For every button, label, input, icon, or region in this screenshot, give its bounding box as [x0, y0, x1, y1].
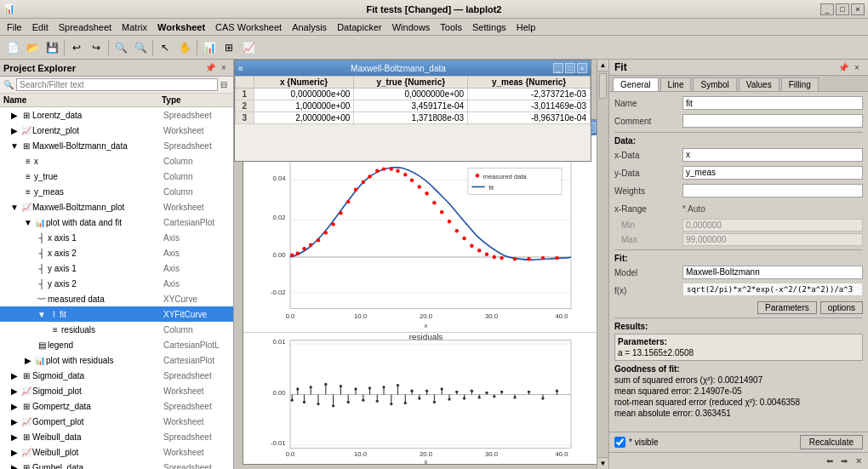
cell-ytrue2[interactable]: 3,459171e-04 — [354, 100, 468, 112]
add-worksheet-button[interactable]: 📈 — [239, 38, 258, 57]
menu-windows[interactable]: Windows — [387, 21, 436, 33]
spread-min-btn[interactable]: _ — [553, 63, 563, 73]
title-bar-buttons[interactable]: _ □ × — [820, 3, 865, 15]
add-matrix-button[interactable]: ⊞ — [220, 38, 238, 57]
xrange-max-input[interactable] — [682, 233, 863, 246]
zoom-in-button[interactable]: 🔍 — [111, 38, 130, 57]
spread-max-btn[interactable]: □ — [565, 63, 575, 73]
redo-button[interactable]: ↪ — [87, 38, 106, 57]
col-header-x[interactable]: x {Numeric} — [254, 77, 354, 89]
tree-content[interactable]: ▶ ⊞ Lorentz_data Spreadsheet ▶ 📈 Lorentz… — [0, 107, 233, 469]
panel-close-icon[interactable]: × — [218, 62, 230, 74]
xrange-min-input[interactable] — [682, 219, 863, 232]
menu-file[interactable]: File — [2, 21, 27, 33]
tree-item-ytrue[interactable]: ≡ y_true Column — [0, 169, 233, 184]
options-button[interactable]: options — [820, 301, 863, 314]
menu-analysis[interactable]: Analysis — [287, 21, 332, 33]
tree-item-measured[interactable]: 〰 measured data XYCurve — [0, 291, 233, 306]
close-button[interactable]: × — [851, 3, 865, 15]
fit-close-icon[interactable]: × — [851, 61, 863, 73]
name-input[interactable] — [682, 96, 863, 110]
weights-value[interactable] — [682, 184, 863, 197]
filter-icon[interactable]: ⊟ — [218, 79, 230, 91]
spread-close-btn[interactable]: × — [577, 63, 587, 73]
bottom-icon-2[interactable]: ➡ — [838, 455, 850, 467]
ydata-value[interactable]: y_meas — [682, 166, 863, 180]
menu-worksheet[interactable]: Worksheet — [152, 21, 210, 33]
recalculate-button[interactable]: Recalculate — [800, 435, 863, 449]
save-button[interactable]: 💾 — [43, 38, 61, 57]
pan-button[interactable]: ✋ — [175, 38, 194, 57]
xdata-value[interactable]: x — [682, 148, 863, 162]
tree-item-mb-plot[interactable]: ▼ 📈 Maxwell-Boltzmann_plot Worksheet — [0, 199, 233, 214]
maximize-button[interactable]: □ — [836, 3, 849, 15]
col-header-ymeas[interactable]: y_meas {Numeric} — [468, 77, 591, 89]
tree-item-x[interactable]: ≡ x Column — [0, 153, 233, 169]
tree-item-ymeas[interactable]: ≡ y_meas Column — [0, 184, 233, 199]
minimize-button[interactable]: _ — [820, 3, 834, 15]
cell-ytrue3[interactable]: 1,371808e-03 — [354, 112, 468, 124]
parameters-button[interactable]: Parameters — [757, 301, 817, 314]
center-scrollbar[interactable]: ▲ ▼ — [597, 60, 608, 469]
menu-cas-worksheet[interactable]: CAS Worksheet — [210, 21, 287, 33]
tab-symbol[interactable]: Symbol — [693, 77, 736, 91]
item-label: x — [34, 157, 163, 166]
cell-ymeas2[interactable]: -3,011469e-03 — [468, 100, 591, 112]
menu-spreadsheet[interactable]: Spreadsheet — [54, 21, 117, 33]
tree-item-yaxis2[interactable]: ┤ y axis 2 Axis — [0, 276, 233, 291]
scroll-thumb[interactable] — [599, 73, 607, 99]
undo-button[interactable]: ↩ — [67, 38, 86, 57]
tab-general[interactable]: General — [613, 77, 659, 91]
tab-filling[interactable]: Filling — [781, 77, 819, 91]
fit-pin-icon[interactable]: 📌 — [837, 61, 849, 73]
tree-item-xaxis1[interactable]: ┤ x axis 1 Axis — [0, 230, 233, 245]
menu-datapicker[interactable]: Datapicker — [332, 21, 387, 33]
add-spreadsheet-button[interactable]: 📊 — [200, 38, 219, 57]
cell-x2[interactable]: 1,000000e+00 — [254, 100, 354, 112]
tree-item-gompertz-data[interactable]: ▶ ⊞ Gompertz_data Spreadsheet — [0, 398, 233, 414]
menu-tools[interactable]: Tools — [435, 21, 467, 33]
col-header-ytrue[interactable]: y_true {Numeric} — [354, 77, 468, 89]
tree-item-plot-residuals[interactable]: ▶ 📊 plot with residuals CartesianPlot — [0, 352, 233, 368]
tree-item-plot-data-fit[interactable]: ▼ 📊 plot with data and fit CartesianPlot — [0, 214, 233, 230]
menu-settings[interactable]: Settings — [467, 21, 511, 33]
tree-item-lorentz-plot[interactable]: ▶ 📈 Lorentz_plot Worksheet — [0, 123, 233, 138]
bottom-icon-3[interactable]: ✕ — [853, 455, 865, 467]
scroll-up-btn[interactable]: ▲ — [597, 60, 608, 71]
bottom-icon-1[interactable]: ⬅ — [824, 455, 836, 467]
tree-item-mb-data[interactable]: ▼ ⊞ Maxwell-Boltzmann_data Spreadsheet — [0, 138, 233, 153]
tree-item-lorentz-data[interactable]: ▶ ⊞ Lorentz_data Spreadsheet — [0, 107, 233, 123]
tree-item-sigmoid-data[interactable]: ▶ ⊞ Sigmoid_data Spreadsheet — [0, 368, 233, 383]
panel-pin-icon[interactable]: 📌 — [204, 62, 216, 74]
cell-x3[interactable]: 2,000000e+00 — [254, 112, 354, 124]
cell-x1[interactable]: 0,0000000e+00 — [254, 89, 354, 100]
tree-item-gompert-plot[interactable]: ▶ 📈 Gompert_plot Worksheet — [0, 414, 233, 429]
open-button[interactable]: 📂 — [23, 38, 42, 57]
tree-item-gumbel-data[interactable]: ▶ ⊞ Gumbel_data Spreadsheet — [0, 460, 233, 469]
search-input[interactable] — [16, 78, 218, 91]
scroll-down-btn[interactable]: ▼ — [597, 457, 608, 469]
tree-item-weibull-data[interactable]: ▶ ⊞ Weibull_data Spreadsheet — [0, 429, 233, 444]
tree-item-legend[interactable]: ▤ legend CartesianPlotL — [0, 337, 233, 352]
tree-item-xaxis2[interactable]: ┤ x axis 2 Axis — [0, 245, 233, 260]
zoom-out-button[interactable]: 🔍 — [131, 38, 150, 57]
menu-edit[interactable]: Edit — [27, 21, 54, 33]
tree-item-weibull-plot[interactable]: ▶ 📈 Weibull_plot Worksheet — [0, 444, 233, 460]
menu-matrix[interactable]: Matrix — [117, 21, 152, 33]
visible-checkbox[interactable] — [614, 437, 625, 448]
tree-item-sigmoid-plot[interactable]: ▶ 📈 Sigmoid_plot Worksheet — [0, 383, 233, 398]
tree-item-residuals[interactable]: ≡ residuals Column — [0, 322, 233, 337]
cell-ymeas3[interactable]: -8,963710e-04 — [468, 112, 591, 124]
tab-values[interactable]: Values — [739, 77, 779, 91]
spreadsheet-controls[interactable]: _ □ × — [553, 63, 587, 73]
cell-ytrue1[interactable]: 0,0000000e+00 — [354, 89, 468, 100]
cursor-button[interactable]: ↖ — [156, 38, 174, 57]
new-button[interactable]: 📄 — [3, 38, 22, 57]
menu-help[interactable]: Help — [511, 21, 541, 33]
model-value[interactable]: Maxwell-Boltzmann — [682, 266, 863, 279]
comment-input[interactable] — [682, 114, 863, 128]
cell-ymeas1[interactable]: -2,373721e-03 — [468, 89, 591, 100]
tree-item-yaxis1[interactable]: ┤ y axis 1 Axis — [0, 260, 233, 276]
tree-item-fit[interactable]: ▼ ⌇ fit XYFitCurve — [0, 306, 233, 322]
tab-line[interactable]: Line — [660, 77, 692, 91]
